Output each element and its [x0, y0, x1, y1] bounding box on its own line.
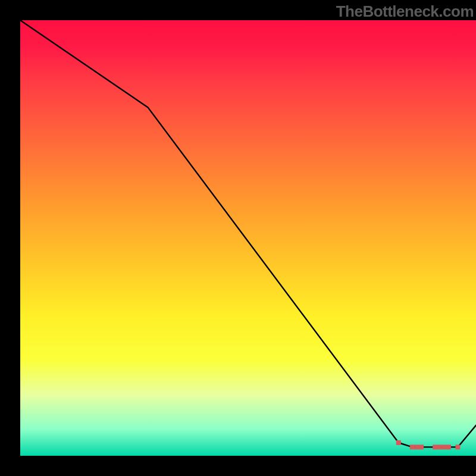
- chart-frame: TheBottleneck.com: [0, 0, 476, 476]
- attribution-watermark: TheBottleneck.com: [336, 2, 474, 21]
- plot-outer: TheBottleneck.com: [20, 0, 476, 456]
- gradient-background: [20, 20, 476, 456]
